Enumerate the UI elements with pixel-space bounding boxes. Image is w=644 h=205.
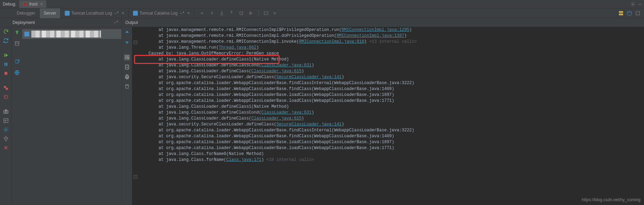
minimize-icon[interactable]: ─ <box>638 2 641 7</box>
watermark: https://blog.csdn.net/hy_coming <box>582 197 641 202</box>
stacktrace-link[interactable]: Thread.java:662 <box>219 45 256 50</box>
section-headers: Deployment →* Output <box>0 18 644 27</box>
evaluate-expression-icon[interactable] <box>262 9 270 17</box>
step-over-icon[interactable] <box>198 9 206 17</box>
artifact-name-redacted <box>31 31 101 38</box>
deployment-header: Deployment <box>13 20 35 25</box>
stacktrace-link[interactable]: RMIConnectionImpl.java:1387 <box>337 33 404 38</box>
tomcat-icon <box>133 11 138 16</box>
debug-topbar: Debug: 🐞 front × ─ <box>0 0 644 8</box>
stop-icon[interactable] <box>3 70 9 76</box>
close-icon[interactable]: × <box>187 11 190 16</box>
gear-icon[interactable] <box>630 2 635 7</box>
fold-expand-icon[interactable]: + <box>134 175 137 179</box>
stacktrace-link[interactable]: ClassLoader.java:631 <box>261 110 312 115</box>
server-icon[interactable] <box>618 10 624 16</box>
step-out-icon[interactable] <box>228 9 235 17</box>
svg-rect-2 <box>264 12 268 15</box>
layout-settings-icon[interactable] <box>3 117 9 124</box>
scroll-up-stacktrace-icon[interactable] <box>124 29 130 35</box>
mute-breakpoints-icon[interactable] <box>3 94 9 100</box>
stacktrace-link[interactable]: SecureClassLoader.java:141 <box>276 122 341 127</box>
artifact-icon[interactable] <box>14 40 20 47</box>
svg-point-0 <box>633 3 634 5</box>
popout-icon[interactable]: →* <box>114 11 119 15</box>
tab-tomcat-localhost[interactable]: Tomcat Localhost Log →* × <box>61 8 129 18</box>
svg-rect-6 <box>636 11 639 15</box>
tab-debugger[interactable]: Debugger <box>13 8 40 18</box>
tomcat-icon <box>65 11 70 16</box>
more-icon[interactable] <box>635 10 641 16</box>
update-icon[interactable] <box>3 38 9 44</box>
clear-all-icon[interactable] <box>124 83 130 90</box>
deployment-panel <box>12 27 122 205</box>
popout-icon[interactable]: →* <box>179 11 184 15</box>
stacktrace-link[interactable]: SecureClassLoader.java:141 <box>276 75 341 80</box>
artifact-row[interactable] <box>22 29 121 39</box>
bug-icon: 🐞 <box>23 2 28 6</box>
svg-rect-10 <box>4 72 7 75</box>
svg-point-11 <box>4 86 6 88</box>
resume-icon[interactable] <box>3 52 9 58</box>
artifact-icon <box>24 32 29 36</box>
fold-expand-icon[interactable]: + <box>134 41 137 44</box>
stacktrace-link[interactable]: ClassLoader.java:615 <box>251 116 301 121</box>
force-step-into-icon[interactable] <box>218 9 226 17</box>
close-tab-icon[interactable]: × <box>40 2 43 7</box>
svg-point-12 <box>6 88 8 90</box>
stacktrace-link[interactable]: Class.java:171 <box>226 157 261 162</box>
stacktrace-link[interactable]: ClassLoader.java:615 <box>251 69 301 74</box>
svg-rect-16 <box>4 118 8 123</box>
tab-tomcat-catalina[interactable]: Tomcat Catalina Log →* × <box>129 8 194 18</box>
svg-rect-4 <box>619 14 623 15</box>
svg-point-5 <box>627 11 631 13</box>
get-thread-dump-icon[interactable] <box>3 108 9 115</box>
scroll-down-stacktrace-icon[interactable] <box>124 39 130 45</box>
pin-tab-icon[interactable] <box>3 136 9 142</box>
svg-point-15 <box>5 111 7 113</box>
svg-rect-7 <box>4 54 5 57</box>
svg-rect-1 <box>240 12 243 15</box>
close-icon[interactable]: × <box>122 11 124 16</box>
step-into-icon[interactable] <box>208 9 216 17</box>
svg-rect-20 <box>125 65 128 69</box>
run-to-cursor-icon[interactable] <box>247 9 255 17</box>
pause-icon[interactable] <box>3 61 9 67</box>
view-breakpoints-icon[interactable] <box>3 85 9 91</box>
console-output[interactable]: at javax.management.remote.rmi.RMIConnec… <box>139 27 644 205</box>
scroll-to-end-icon[interactable] <box>124 64 130 70</box>
run-config-name: front <box>29 2 38 7</box>
svg-rect-18 <box>15 42 19 46</box>
svg-rect-8 <box>4 63 5 66</box>
svg-rect-9 <box>6 63 7 66</box>
svg-rect-22 <box>126 75 128 76</box>
fold-gutter: + + <box>132 27 139 205</box>
debug-left-gutter <box>0 27 12 205</box>
print-icon[interactable] <box>124 74 130 80</box>
debug-label: Debug: <box>3 2 16 7</box>
output-panel: + + at javax.management.remote.rmi.RMICo… <box>122 27 644 205</box>
browser-icon[interactable] <box>14 69 20 76</box>
close-icon[interactable] <box>3 145 9 151</box>
svg-point-17 <box>5 129 7 130</box>
settings-icon[interactable] <box>3 126 9 133</box>
tab-server[interactable]: Server <box>40 8 61 18</box>
stacktrace-link[interactable]: RMIConnectionImpl.java:818 <box>299 39 364 44</box>
trace-icon[interactable] <box>272 9 280 17</box>
svg-rect-14 <box>4 110 8 114</box>
debug-tab-row: Debugger Server Tomcat Localhost Log →* … <box>0 8 644 18</box>
stacktrace-link[interactable]: RMIConnectionImpl.java:1295 <box>341 27 409 32</box>
db-icon[interactable] <box>627 10 632 16</box>
rerun-icon[interactable] <box>3 28 9 35</box>
soft-wrap-icon[interactable] <box>124 54 130 60</box>
deploy-all-icon[interactable] <box>14 29 20 35</box>
popout-icon[interactable]: →* <box>113 20 118 24</box>
svg-rect-3 <box>619 11 623 13</box>
stacktrace-link[interactable]: ClassLoader.java:631 <box>261 63 312 68</box>
run-config-tab[interactable]: 🐞 front × <box>19 0 46 8</box>
output-header: Output <box>125 20 138 25</box>
drop-frame-icon[interactable] <box>237 9 245 17</box>
refresh-icon[interactable] <box>14 58 20 65</box>
